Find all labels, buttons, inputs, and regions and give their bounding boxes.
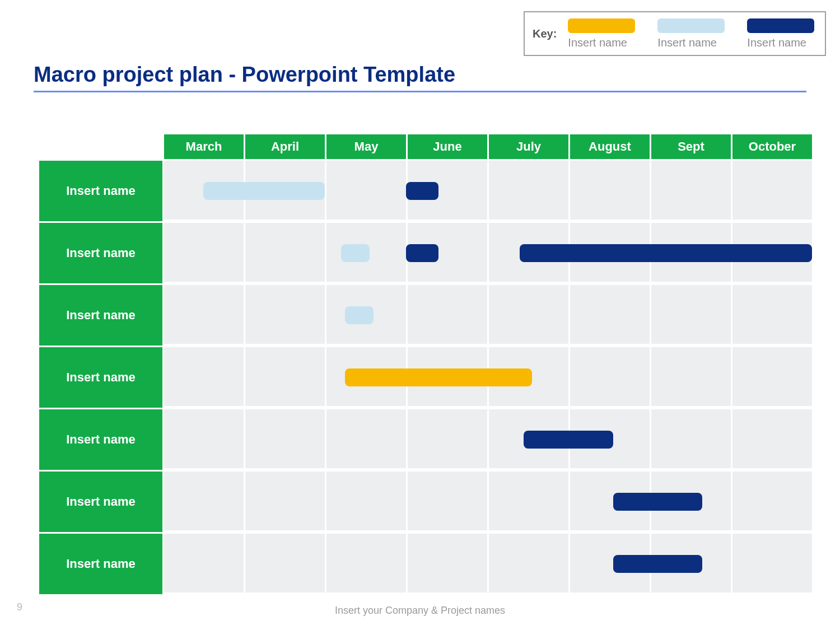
header-blank (39, 134, 162, 159)
legend-item-label: Insert name (657, 36, 717, 49)
legend-item: Insert name (568, 18, 635, 49)
footer-text: Insert your Company & Project names (0, 605, 840, 617)
legend-box: Key: Insert name Insert name Insert name (524, 11, 826, 56)
row-label: Insert name (39, 470, 162, 532)
gantt-bar (406, 182, 438, 200)
col-header: May (325, 134, 406, 159)
col-header: Sept (650, 134, 731, 159)
title-rule (34, 91, 806, 92)
legend-swatch (747, 18, 814, 33)
row-label: Insert name (39, 221, 162, 283)
row-label: Insert name (39, 532, 162, 594)
row-label: Insert name (39, 159, 162, 221)
gantt-bar (341, 244, 370, 262)
gantt-bar (613, 493, 703, 511)
gantt-bar (406, 244, 438, 262)
legend-label: Key: (533, 27, 557, 40)
gantt-bar (345, 368, 532, 386)
row-label: Insert name (39, 408, 162, 470)
gantt-bar (203, 182, 325, 200)
legend-item: Insert name (657, 18, 725, 49)
gantt-bar (613, 555, 703, 573)
row-label: Insert name (39, 346, 162, 408)
gantt-header: March April May June July August Sept Oc… (39, 134, 812, 159)
gantt-bars-layer (162, 159, 812, 594)
legend-item-label: Insert name (568, 36, 627, 49)
legend-item: Insert name (747, 18, 814, 49)
row-label: Insert name (39, 283, 162, 346)
legend-swatch (568, 18, 635, 33)
col-header: April (244, 134, 325, 159)
legend-item-label: Insert name (747, 36, 806, 49)
gantt-bar (520, 244, 812, 262)
col-header: July (487, 134, 568, 159)
gantt-bar (345, 306, 374, 324)
gantt-bar (524, 431, 613, 449)
col-header: August (568, 134, 650, 159)
legend-swatch (657, 18, 725, 33)
page-title: Macro project plan - Powerpoint Template (34, 63, 455, 87)
col-header: June (406, 134, 487, 159)
col-header: March (162, 134, 244, 159)
col-header: October (731, 134, 812, 159)
